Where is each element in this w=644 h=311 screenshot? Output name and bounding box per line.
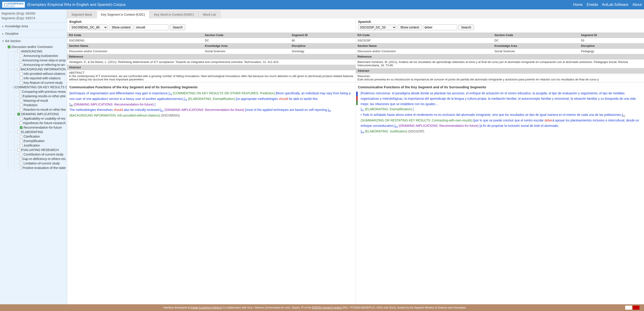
- logo[interactable]: EXEMPRAES Corpus: [2, 2, 25, 8]
- checkbox[interactable]: [20, 122, 22, 125]
- checkbox[interactable]: [20, 153, 22, 156]
- tree-leaf[interactable]: Prediction: [16, 103, 66, 107]
- checkbox[interactable]: [17, 68, 20, 71]
- collapse-icon[interactable]: –: [4, 46, 7, 48]
- show-context-button[interactable]: Show context: [398, 25, 422, 30]
- footer: Interface developed at Antlab (Laurence …: [0, 304, 644, 311]
- tree-leaf[interactable]: Announcing-(sub)section: [16, 54, 66, 58]
- checkbox[interactable]: [20, 108, 22, 111]
- page-title: (Exemplary Empirical RAs in English and …: [27, 3, 573, 7]
- tree-leaf[interactable]: Key-feature-of-current-study: [16, 80, 66, 85]
- collapse-icon[interactable]: –: [14, 50, 16, 53]
- tree-leaf[interactable]: Limitation-of-current study: [16, 161, 66, 166]
- checkbox[interactable]: [17, 131, 20, 134]
- tab-segment-bank[interactable]: Segment Bank: [67, 11, 96, 18]
- checkbox[interactable]: [20, 144, 22, 147]
- search-input[interactable]: [135, 25, 168, 30]
- search-button[interactable]: Search: [170, 25, 186, 30]
- tree-group[interactable]: –COMMENTING ON KEY RESULTS O: [10, 85, 66, 89]
- code-select[interactable]: SSC02SP_DC_53: [358, 25, 396, 30]
- tab-word-list[interactable]: Word List: [198, 11, 220, 18]
- checkbox[interactable]: [17, 50, 20, 53]
- checkbox[interactable]: [20, 140, 22, 143]
- meta-table: RA CodeSection CodeSegment ID SSC02SPDC5…: [356, 33, 644, 82]
- checkbox[interactable]: [20, 104, 22, 107]
- checkbox[interactable]: [20, 99, 22, 102]
- tree-leaf[interactable]: Exemplification: [16, 139, 66, 143]
- checkbox[interactable]: [8, 46, 10, 48]
- checkbox[interactable]: [20, 162, 22, 165]
- tree-leaf[interactable]: Gap-or-deficiency-in-others-res: [16, 157, 66, 161]
- tree-leaf[interactable]: Justification: [16, 143, 66, 148]
- nav-antlab[interactable]: AntLab Software: [602, 3, 628, 7]
- comm-functions-body: [techniques of segmentation and differen…: [67, 91, 356, 304]
- collapse-icon[interactable]: –: [14, 131, 16, 133]
- footer-link-eneida[interactable]: ENEIDA research project: [312, 306, 342, 309]
- checkbox[interactable]: [20, 135, 22, 138]
- footer-link-antlab[interactable]: Antlab (Laurence Anthony): [190, 306, 222, 309]
- checkbox[interactable]: [19, 95, 22, 98]
- tree-group[interactable]: –EVALUATING RESEARCH: [10, 148, 66, 152]
- tree-leaf[interactable]: Explaining-results-or-other-phe: [16, 94, 66, 98]
- checkbox[interactable]: [20, 77, 22, 80]
- checkbox[interactable]: [19, 59, 21, 62]
- search-button[interactable]: Search: [458, 25, 474, 30]
- sidebar-knowledge-area[interactable]: Knowledge Area: [1, 23, 66, 30]
- tree-leaf[interactable]: Info-reported-with-citations: [16, 76, 66, 80]
- tree-leaf[interactable]: Comparing-with-previous-resea: [16, 89, 66, 94]
- footer-logo-2: [633, 306, 640, 310]
- nav-about[interactable]: About: [632, 3, 642, 7]
- seg-esp: Segments (Esp): 63/574: [1, 16, 66, 21]
- checkbox[interactable]: [19, 166, 22, 169]
- checkbox[interactable]: [19, 90, 21, 93]
- tree-group[interactable]: –DRAWING IMPLICATIONS: [10, 112, 66, 116]
- segment-counts: Segments (Eng): 65/550 Segments (Esp): 6…: [1, 11, 66, 21]
- checkbox[interactable]: [17, 113, 20, 116]
- checkbox[interactable]: [20, 117, 22, 120]
- panel-english: English SSC05ENG_DC_80 Show context Sear…: [67, 18, 356, 304]
- tab-kwic[interactable]: Key Word in Context (KWIC): [150, 11, 198, 18]
- tree-group[interactable]: –ANNOUNCING: [10, 49, 66, 54]
- footer-logo-1: [625, 306, 632, 310]
- tree-leaf[interactable]: Positive-evaluation-of-the-state: [16, 166, 66, 170]
- tabs: Segment Bank Key Segment in Context (KSI…: [67, 10, 644, 18]
- tree-leaf[interactable]: Hypothesis-for-future-research: [16, 121, 66, 125]
- tree-leaf[interactable]: Recommendation-for-future: [16, 125, 66, 130]
- tree-leaf[interactable]: Reaction-to-result-or-other-fea: [16, 107, 66, 112]
- sidebar-discipline[interactable]: Discipline: [1, 30, 66, 37]
- collapse-icon[interactable]: –: [14, 113, 16, 115]
- tree-leaf[interactable]: Announcing-or-referring-to-an-: [16, 63, 66, 67]
- tree-leaf[interactable]: Applicability-or-usability-of-res: [16, 116, 66, 121]
- tree-group[interactable]: –BACKGROUND INFORMATION: [10, 67, 66, 72]
- tree-leaf[interactable]: Meaning-of-result: [16, 98, 66, 103]
- nav-home[interactable]: Home: [573, 3, 583, 7]
- checkbox[interactable]: [20, 81, 22, 84]
- tree-leaf[interactable]: Clarification: [16, 134, 66, 139]
- tree-leaf[interactable]: Announcing-move-step-or-prop: [16, 58, 66, 63]
- tree-root-dc[interactable]: – Discussion and/or Conclusion: [4, 45, 66, 49]
- tab-ksic[interactable]: Key Segment in Context (KSIC): [97, 11, 149, 18]
- nav-eneida[interactable]: Eneida: [587, 3, 598, 7]
- checkbox[interactable]: [19, 158, 21, 160]
- sidebar-ra-section[interactable]: RA Section: [1, 37, 66, 45]
- tree-leaf[interactable]: Info-provided-without-citations: [16, 72, 66, 76]
- reference-text: Blanchard Giménez, M. (2011). Análisis d…: [356, 59, 644, 68]
- code-select[interactable]: SSC05ENG_DC_80: [70, 25, 108, 30]
- collapse-icon[interactable]: –: [12, 86, 13, 89]
- tree-leaf[interactable]: Contribution-of-current-study: [16, 152, 66, 157]
- search-input[interactable]: [424, 25, 457, 30]
- checkbox[interactable]: [20, 63, 22, 66]
- comm-functions-body: [Podemos mencionar: el paradigma desde d…: [356, 91, 644, 304]
- checkbox[interactable]: [14, 86, 14, 89]
- collapse-icon[interactable]: –: [14, 68, 16, 71]
- app-header: EXEMPRAES Corpus (Exemplary Empirical RA…: [0, 0, 644, 10]
- checkbox[interactable]: [20, 126, 22, 129]
- checkbox[interactable]: [17, 149, 20, 151]
- checkbox[interactable]: [20, 72, 22, 75]
- checkbox[interactable]: [20, 55, 22, 57]
- show-context-button[interactable]: Show context: [109, 25, 134, 30]
- nav-links: Home Eneida AntLab Software About: [573, 3, 642, 7]
- collapse-icon[interactable]: –: [14, 149, 16, 151]
- seg-eng: Segments (Eng): 65/550: [1, 11, 66, 16]
- tree-group[interactable]: –ELABORATING: [10, 130, 66, 134]
